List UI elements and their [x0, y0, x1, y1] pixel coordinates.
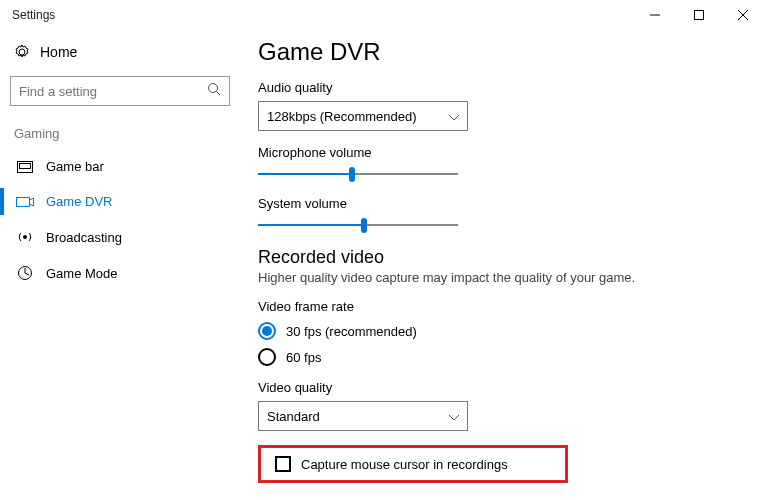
sidebar: Home Gaming Game bar Game DVR Broa — [0, 30, 240, 500]
sidebar-item-game-bar[interactable]: Game bar — [10, 149, 230, 184]
capture-cursor-checkbox[interactable]: Capture mouse cursor in recordings — [275, 456, 551, 472]
sidebar-group-label: Gaming — [10, 122, 230, 149]
slider-thumb[interactable] — [361, 218, 367, 233]
game-bar-icon — [16, 161, 34, 173]
minimize-button[interactable] — [633, 0, 677, 30]
radio-icon — [258, 348, 276, 366]
audio-quality-value: 128kbps (Recommended) — [267, 109, 417, 124]
system-volume-label: System volume — [258, 196, 745, 211]
game-dvr-icon — [16, 195, 34, 209]
framerate-option-60fps[interactable]: 60 fps — [258, 348, 745, 366]
sidebar-item-label: Game Mode — [46, 266, 118, 281]
video-quality-dropdown[interactable]: Standard — [258, 401, 468, 431]
chevron-down-icon — [449, 109, 459, 124]
microphone-volume-slider[interactable] — [258, 166, 458, 182]
minimize-icon — [650, 10, 660, 20]
broadcasting-icon — [16, 229, 34, 245]
radio-label: 30 fps (recommended) — [286, 324, 417, 339]
close-icon — [738, 10, 748, 20]
maximize-button[interactable] — [677, 0, 721, 30]
sidebar-item-game-mode[interactable]: Game Mode — [10, 255, 230, 291]
content-area: Game DVR Audio quality 128kbps (Recommen… — [240, 30, 765, 500]
microphone-volume-label: Microphone volume — [258, 145, 745, 160]
svg-point-4 — [209, 84, 218, 93]
video-quality-value: Standard — [267, 409, 320, 424]
window-title: Settings — [12, 8, 633, 22]
window-controls — [633, 0, 765, 30]
highlighted-area: Capture mouse cursor in recordings — [258, 445, 568, 483]
maximize-icon — [694, 10, 704, 20]
framerate-option-30fps[interactable]: 30 fps (recommended) — [258, 322, 745, 340]
sidebar-item-game-dvr[interactable]: Game DVR — [10, 184, 230, 219]
checkbox-label: Capture mouse cursor in recordings — [301, 457, 508, 472]
sidebar-item-label: Game DVR — [46, 194, 112, 209]
svg-rect-1 — [695, 11, 704, 20]
radio-label: 60 fps — [286, 350, 321, 365]
svg-rect-7 — [20, 163, 31, 168]
audio-quality-dropdown[interactable]: 128kbps (Recommended) — [258, 101, 468, 131]
slider-fill — [258, 224, 364, 226]
home-label: Home — [40, 44, 77, 60]
audio-quality-label: Audio quality — [258, 80, 745, 95]
slider-thumb[interactable] — [349, 167, 355, 182]
sidebar-item-label: Broadcasting — [46, 230, 122, 245]
svg-point-9 — [23, 235, 27, 239]
titlebar: Settings — [0, 0, 765, 30]
video-frame-rate-label: Video frame rate — [258, 299, 745, 314]
recorded-video-title: Recorded video — [258, 247, 745, 268]
svg-rect-8 — [17, 197, 30, 206]
search-icon — [207, 82, 221, 100]
video-quality-label: Video quality — [258, 380, 745, 395]
page-title: Game DVR — [258, 38, 745, 66]
home-button[interactable]: Home — [10, 36, 230, 68]
recorded-video-subtitle: Higher quality video capture may impact … — [258, 270, 745, 285]
gear-icon — [14, 44, 30, 60]
search-input[interactable] — [19, 84, 207, 99]
sidebar-item-label: Game bar — [46, 159, 104, 174]
close-button[interactable] — [721, 0, 765, 30]
radio-icon — [258, 322, 276, 340]
sidebar-item-broadcasting[interactable]: Broadcasting — [10, 219, 230, 255]
svg-line-5 — [217, 92, 221, 96]
game-mode-icon — [16, 265, 34, 281]
system-volume-slider[interactable] — [258, 217, 458, 233]
search-box[interactable] — [10, 76, 230, 106]
chevron-down-icon — [449, 409, 459, 424]
slider-fill — [258, 173, 352, 175]
checkbox-icon — [275, 456, 291, 472]
svg-line-12 — [25, 273, 29, 275]
